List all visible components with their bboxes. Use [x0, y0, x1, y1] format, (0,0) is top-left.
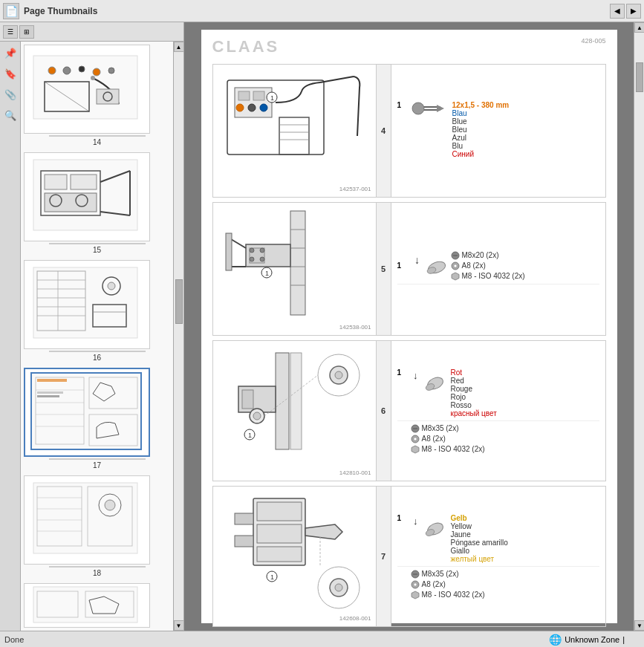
thumb-svg-16	[30, 264, 145, 345]
thumb-label-18: 18	[24, 569, 170, 577]
svg-text:↓: ↓	[414, 254, 420, 266]
right-scroll-thumb[interactable]	[636, 62, 643, 92]
thumbnail-image-16	[24, 260, 150, 349]
svg-point-83	[260, 257, 264, 261]
thumb-svg-14	[30, 48, 145, 130]
sec6-color-red: Red	[451, 377, 497, 385]
sidebar-scroll-thumb[interactable]	[175, 279, 183, 324]
svg-rect-33	[31, 373, 141, 449]
sec4-svg: 1	[224, 69, 365, 184]
svg-point-123	[335, 584, 342, 591]
sec6-part3: M8 - ISO 4032 (2x)	[422, 445, 485, 453]
right-scroll-up[interactable]: ▲	[634, 22, 644, 33]
svg-point-61	[248, 104, 256, 111]
sec5-svg: 1	[224, 207, 365, 322]
svg-point-8	[91, 76, 95, 80]
bookmark-icon[interactable]: 🔖	[2, 65, 19, 82]
sec7-part3: M8 - ISO 4032 (2x)	[422, 591, 485, 599]
sec6-part2: A8 (2x)	[422, 435, 446, 443]
sec7-parts: 1 ↓ Gelb Yellow J	[391, 487, 605, 626]
right-scroll-track[interactable]	[634, 33, 644, 620]
thumbnails-list: 14	[21, 42, 173, 631]
nav-prev-button[interactable]: ◀	[610, 4, 625, 19]
svg-rect-98	[242, 390, 253, 409]
thumbnail-item-18[interactable]: 18	[24, 475, 170, 577]
search-icon[interactable]: 🔍	[2, 107, 19, 123]
sec6-color-rouge: Rouge	[451, 385, 497, 393]
panel-title: Page Thumbnails	[24, 6, 97, 16]
sec5-part1: M8x20 (2x)	[462, 251, 499, 259]
paperclip-icon[interactable]: 📎	[2, 86, 19, 103]
svg-text:↓: ↓	[413, 370, 418, 381]
sec4-color-russian: Синий	[452, 150, 510, 158]
sec7-color-giallo: Giallo	[451, 547, 508, 555]
washer-icon-3	[411, 580, 420, 589]
sidebar-tool-btn-2[interactable]: ⊞	[19, 25, 34, 39]
thumbnail-item-14[interactable]: 14	[24, 45, 170, 146]
document-page: CLAAS 428-005	[201, 30, 617, 623]
svg-rect-13	[45, 175, 67, 189]
sidebar-scroll-up[interactable]: ▲	[174, 42, 184, 52]
right-scroll-down[interactable]: ▼	[634, 620, 644, 631]
sec6-diagram-ref: 142810-001	[218, 469, 371, 476]
nut-icon-3	[411, 591, 420, 599]
svg-rect-118	[257, 547, 302, 562]
svg-rect-119	[235, 513, 253, 524]
sec4-diagram: 1 142537-001	[213, 65, 377, 197]
svg-point-5	[108, 68, 114, 74]
svg-rect-44	[33, 483, 137, 553]
sec7-number: 7	[377, 487, 391, 626]
thumbnail-image-17	[24, 368, 150, 457]
svg-point-4	[93, 68, 100, 76]
svg-rect-0	[33, 56, 137, 119]
thumb-divider-14	[49, 135, 146, 137]
main-layout: ☰ ⊞ 📌 🔖 📎 🔍	[0, 22, 644, 631]
zone-divider: |	[622, 635, 625, 644]
sec4-part-spec: 12x1,5 - 380 mm	[452, 101, 510, 109]
section-5: 1 142538-001 5 1 ↓	[212, 202, 606, 336]
svg-point-60	[236, 104, 244, 111]
bolt-icon-3	[411, 570, 420, 579]
thumbnail-item-17[interactable]: 17	[24, 368, 170, 469]
sec6-arrow-icon: ↓	[411, 368, 448, 396]
sec6-parts: 1 ↓ Rot Red	[391, 341, 605, 481]
page-area[interactable]: CLAAS 428-005	[184, 22, 634, 631]
pin-icon[interactable]: 📌	[2, 45, 19, 61]
sec4-bolt-icon	[411, 101, 448, 116]
sidebar-scroll-down[interactable]: ▼	[174, 620, 184, 631]
bolt-icon-1	[451, 251, 460, 260]
svg-point-93	[454, 264, 457, 267]
svg-rect-40	[37, 391, 63, 394]
thumbnail-item-16[interactable]: 16	[24, 260, 170, 362]
svg-text:1: 1	[265, 270, 269, 277]
thumbnail-image-14	[24, 45, 150, 134]
thumbnail-item-15[interactable]: 15	[24, 152, 170, 254]
right-scrollbar[interactable]: ▲ ▼	[634, 22, 644, 631]
svg-rect-41	[37, 395, 59, 397]
svg-rect-120	[235, 536, 253, 547]
svg-marker-94	[452, 273, 459, 280]
svg-point-80	[250, 248, 254, 253]
thumbnail-item-19[interactable]	[24, 583, 170, 628]
sec4-parts: 1 12x1,5 - 380 mm Blau B	[391, 65, 605, 197]
doc-ref: 428-005	[581, 37, 605, 45]
nav-buttons: ◀ ▶	[610, 4, 641, 19]
svg-rect-95	[276, 353, 289, 449]
sec7-diagram-ref: 142608-001	[218, 615, 371, 622]
nav-next-button[interactable]: ▶	[626, 4, 641, 19]
svg-text:1: 1	[270, 573, 274, 581]
sec6-color-rojo: Rojo	[451, 393, 497, 401]
thumb-label-15: 15	[24, 246, 170, 254]
svg-point-113	[414, 438, 417, 440]
sidebar-scroll-track[interactable]	[174, 52, 183, 620]
svg-point-30	[108, 282, 115, 290]
sidebar-toolbar: ☰ ⊞	[0, 22, 183, 42]
svg-point-133	[414, 583, 417, 586]
svg-rect-73	[290, 211, 305, 315]
sidebar-tool-btn-1[interactable]: ☰	[3, 25, 18, 39]
bolt-icon-2	[411, 424, 420, 433]
washer-icon-2	[411, 435, 420, 443]
sec4-color-blu: Blu	[452, 142, 510, 150]
sidebar-scrollbar[interactable]: ▲ ▼	[173, 42, 183, 631]
svg-marker-134	[412, 591, 419, 599]
